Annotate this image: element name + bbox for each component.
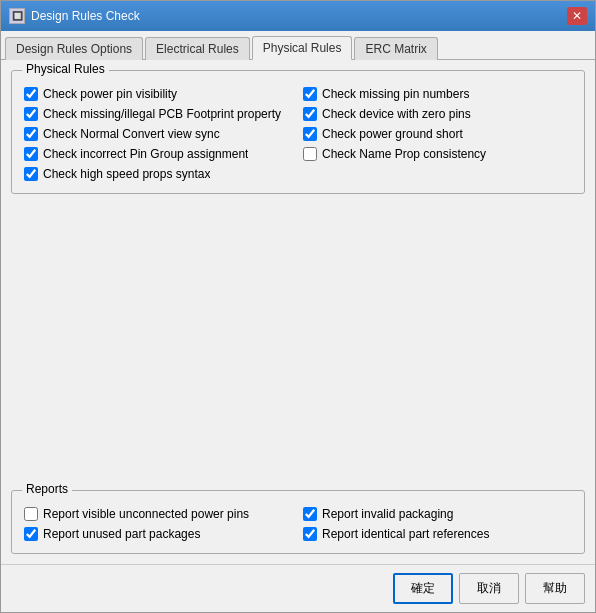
confirm-button[interactable]: 確定 xyxy=(393,573,453,604)
reports-group: Reports Report visible unconnected power… xyxy=(11,490,585,554)
check-item-identical-references: Report identical part references xyxy=(303,527,572,541)
title-bar: 🔲 Design Rules Check ✕ xyxy=(1,1,595,31)
check-item-unused-packages: Report unused part packages xyxy=(24,527,293,541)
label-power-pin-visibility[interactable]: Check power pin visibility xyxy=(43,87,177,101)
check-item-normal-convert: Check Normal Convert view sync xyxy=(24,127,293,141)
checkbox-name-prop[interactable] xyxy=(303,147,317,161)
checkbox-illegal-footprint[interactable] xyxy=(24,107,38,121)
label-illegal-footprint[interactable]: Check missing/illegal PCB Footprint prop… xyxy=(43,107,281,121)
tab-electrical-rules[interactable]: Electrical Rules xyxy=(145,37,250,60)
tab-design-rules-options[interactable]: Design Rules Options xyxy=(5,37,143,60)
cancel-button[interactable]: 取消 xyxy=(459,573,519,604)
checkbox-power-pin-visibility[interactable] xyxy=(24,87,38,101)
checkbox-missing-pin-numbers[interactable] xyxy=(303,87,317,101)
main-window: 🔲 Design Rules Check ✕ Design Rules Opti… xyxy=(0,0,596,613)
tab-content: Physical Rules Check power pin visibilit… xyxy=(1,60,595,564)
checkbox-visible-unconnected[interactable] xyxy=(24,507,38,521)
check-item-name-prop: Check Name Prop consistency xyxy=(303,147,572,161)
reports-label: Reports xyxy=(22,482,72,496)
label-normal-convert[interactable]: Check Normal Convert view sync xyxy=(43,127,220,141)
tab-erc-matrix[interactable]: ERC Matrix xyxy=(354,37,437,60)
checkbox-normal-convert[interactable] xyxy=(24,127,38,141)
label-unused-packages[interactable]: Report unused part packages xyxy=(43,527,200,541)
check-item-invalid-packaging: Report invalid packaging xyxy=(303,507,572,521)
label-visible-unconnected[interactable]: Report visible unconnected power pins xyxy=(43,507,249,521)
checkbox-power-ground-short[interactable] xyxy=(303,127,317,141)
button-bar: 確定 取消 幫助 xyxy=(1,564,595,612)
spacer xyxy=(11,204,585,480)
label-name-prop[interactable]: Check Name Prop consistency xyxy=(322,147,486,161)
tab-physical-rules[interactable]: Physical Rules xyxy=(252,36,353,60)
check-item-pin-group-assignment: Check incorrect Pin Group assignment xyxy=(24,147,293,161)
check-item-device-zero-pins: Check device with zero pins xyxy=(303,107,572,121)
check-item-visible-unconnected: Report visible unconnected power pins xyxy=(24,507,293,521)
checkbox-identical-references[interactable] xyxy=(303,527,317,541)
checkbox-high-speed-props[interactable] xyxy=(24,167,38,181)
help-button[interactable]: 幫助 xyxy=(525,573,585,604)
label-missing-pin-numbers[interactable]: Check missing pin numbers xyxy=(322,87,469,101)
check-item-missing-pin-numbers: Check missing pin numbers xyxy=(303,87,572,101)
close-button[interactable]: ✕ xyxy=(567,7,587,25)
label-power-ground-short[interactable]: Check power ground short xyxy=(322,127,463,141)
label-identical-references[interactable]: Report identical part references xyxy=(322,527,489,541)
label-device-zero-pins[interactable]: Check device with zero pins xyxy=(322,107,471,121)
check-item-power-pin-visibility: Check power pin visibility xyxy=(24,87,293,101)
checkbox-invalid-packaging[interactable] xyxy=(303,507,317,521)
physical-rules-group: Physical Rules Check power pin visibilit… xyxy=(11,70,585,194)
tab-bar: Design Rules Options Electrical Rules Ph… xyxy=(1,31,595,60)
checkbox-unused-packages[interactable] xyxy=(24,527,38,541)
physical-rules-label: Physical Rules xyxy=(22,62,109,76)
reports-checks-grid: Report visible unconnected power pins Re… xyxy=(24,507,572,541)
check-item-high-speed-props: Check high speed props syntax xyxy=(24,167,293,181)
check-item-illegal-footprint: Check missing/illegal PCB Footprint prop… xyxy=(24,107,293,121)
title-bar-left: 🔲 Design Rules Check xyxy=(9,8,140,24)
label-invalid-packaging[interactable]: Report invalid packaging xyxy=(322,507,453,521)
checkbox-device-zero-pins[interactable] xyxy=(303,107,317,121)
label-high-speed-props[interactable]: Check high speed props syntax xyxy=(43,167,210,181)
window-title: Design Rules Check xyxy=(31,9,140,23)
checkbox-pin-group-assignment[interactable] xyxy=(24,147,38,161)
app-icon: 🔲 xyxy=(9,8,25,24)
label-pin-group-assignment[interactable]: Check incorrect Pin Group assignment xyxy=(43,147,248,161)
check-item-power-ground-short: Check power ground short xyxy=(303,127,572,141)
physical-checks-grid: Check power pin visibility Check missing… xyxy=(24,87,572,181)
